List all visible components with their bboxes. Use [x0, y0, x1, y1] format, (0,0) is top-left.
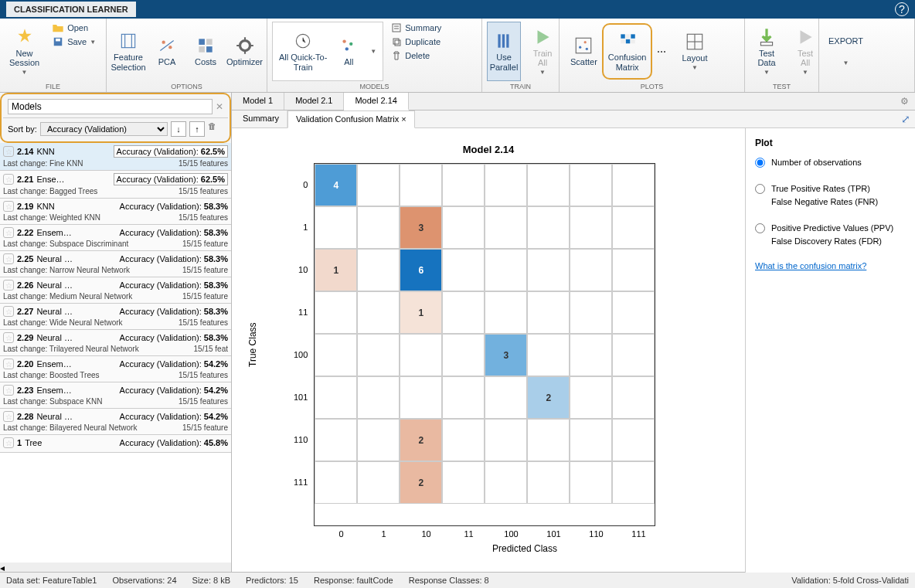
- scroll-indicator: ◂: [0, 563, 231, 572]
- model-item[interactable]: ☆2.23 Ensem…Accuracy (Validation): 54.2%…: [0, 382, 231, 409]
- tab-gear-icon[interactable]: ⚙: [894, 93, 915, 110]
- help-icon[interactable]: ?: [895, 2, 909, 16]
- svg-point-16: [345, 48, 349, 51]
- all-quick-train-button[interactable]: All Quick-To-Train: [274, 24, 332, 79]
- plots-gallery-dropdown[interactable]: ⋯: [652, 23, 671, 80]
- cm-cell: [570, 206, 612, 249]
- feature-selection-button[interactable]: FeatureSelection: [111, 22, 145, 81]
- export-button[interactable]: EXPORT▼: [824, 22, 868, 81]
- star-icon[interactable]: ☆: [3, 437, 14, 448]
- model-item[interactable]: ☆2.26 Neural …Accuracy (Validation): 58.…: [0, 277, 231, 304]
- all-button[interactable]: All: [332, 24, 366, 79]
- star-icon[interactable]: ☆: [3, 411, 14, 422]
- model-gallery-dropdown[interactable]: ▼: [366, 24, 381, 79]
- cm-cell: [400, 334, 442, 376]
- sort-select[interactable]: Accuracy (Validation): [40, 122, 168, 136]
- star-icon[interactable]: ☆: [3, 332, 14, 343]
- x-axis-label: Predicted Class: [320, 543, 730, 554]
- cm-cell: [612, 376, 655, 419]
- y-tick: 0: [294, 163, 314, 206]
- radio-tpr-fnr[interactable]: [755, 184, 765, 194]
- subtab-confusion[interactable]: Validation Confusion Matrix ×: [287, 110, 415, 128]
- svg-rect-1: [56, 39, 60, 42]
- cm-cell: [357, 164, 400, 206]
- cm-cell: [400, 164, 442, 206]
- tab-model-2-14[interactable]: Model 2.14: [344, 93, 408, 110]
- star-icon[interactable]: ☆: [3, 359, 14, 369]
- save-button[interactable]: Save ▼: [49, 36, 99, 48]
- tab-model-2-1[interactable]: Model 2.1: [284, 93, 344, 110]
- confusion-matrix-button[interactable]: ConfusionMatrix: [602, 23, 653, 80]
- radio-ppv-fdr[interactable]: [755, 223, 765, 233]
- train-all-button[interactable]: TrainAll▼: [526, 22, 560, 81]
- y-tick: 101: [294, 376, 314, 418]
- status-bar: Data set: FeatureTable1 Observations: 24…: [0, 572, 915, 588]
- tab-model-1[interactable]: Model 1: [232, 93, 284, 110]
- clear-search-icon[interactable]: ✕: [216, 101, 223, 112]
- test-data-button[interactable]: TestData▼: [750, 22, 784, 81]
- model-item[interactable]: ☆2.29 Neural …Accuracy (Validation): 58.…: [0, 330, 231, 356]
- cm-cell: 2: [527, 376, 570, 419]
- cm-cell: [485, 461, 527, 504]
- new-session-button[interactable]: NewSession▼: [5, 22, 44, 81]
- radio-num-obs[interactable]: [755, 158, 765, 168]
- model-item[interactable]: ☆2.14 KNNAccuracy (Validation): 62.5%Las…: [0, 143, 231, 171]
- summary-button[interactable]: Summary: [388, 22, 444, 34]
- model-item[interactable]: ☆2.21 Ense…Accuracy (Validation): 62.5%L…: [0, 171, 231, 199]
- help-link[interactable]: What is the confusion matrix?: [755, 261, 906, 270]
- optimizer-button[interactable]: Optimizer: [227, 22, 262, 81]
- star-icon[interactable]: ☆: [3, 306, 14, 317]
- x-tick: 11: [447, 526, 490, 539]
- group-models-label: MODELS: [272, 81, 477, 92]
- model-item[interactable]: ☆2.25 Neural …Accuracy (Validation): 58.…: [0, 251, 231, 277]
- model-item[interactable]: ☆1 TreeAccuracy (Validation): 45.8%: [0, 435, 231, 453]
- app-tab[interactable]: CLASSIFICATION LEARNER: [6, 2, 136, 17]
- status-dataset: Data set: FeatureTable1: [6, 576, 97, 585]
- models-search-input[interactable]: [8, 99, 213, 114]
- pca-button[interactable]: PCA: [150, 22, 184, 81]
- svg-point-28: [586, 48, 588, 50]
- model-item[interactable]: ☆2.20 Ensem…Accuracy (Validation): 54.2%…: [0, 356, 231, 382]
- star-icon[interactable]: ☆: [3, 280, 14, 291]
- cm-cell: [442, 419, 485, 461]
- expand-icon[interactable]: ⤢: [896, 110, 915, 127]
- scatter-button[interactable]: Scatter: [566, 23, 602, 80]
- subtab-summary[interactable]: Summary: [235, 110, 287, 127]
- model-list[interactable]: ☆2.14 KNNAccuracy (Validation): 62.5%Las…: [0, 143, 231, 563]
- costs-button[interactable]: Costs: [189, 22, 223, 81]
- open-button[interactable]: Open: [49, 22, 99, 34]
- cm-cell: [315, 334, 357, 376]
- model-item[interactable]: ☆2.22 Ensem…Accuracy (Validation): 58.3%…: [0, 225, 231, 251]
- cm-cell: [612, 419, 655, 461]
- y-tick: 100: [294, 333, 314, 376]
- x-tick: 101: [532, 526, 575, 539]
- star-icon[interactable]: ☆: [3, 146, 14, 157]
- test-all-button[interactable]: TestAll▼: [788, 22, 822, 81]
- status-response: Response: faultCode: [314, 576, 393, 585]
- svg-rect-29: [621, 35, 624, 39]
- cm-cell: [527, 206, 570, 249]
- sort-asc-button[interactable]: ↓: [171, 121, 186, 137]
- duplicate-button[interactable]: Duplicate: [388, 36, 444, 48]
- layout-button[interactable]: Layout▼: [677, 22, 712, 81]
- delete-button[interactable]: Delete: [388, 49, 444, 62]
- star-icon[interactable]: ☆: [3, 174, 14, 185]
- star-icon[interactable]: ☆: [3, 227, 14, 238]
- cm-cell: [527, 334, 570, 376]
- models-panel: ✕ Sort by: Accuracy (Validation) ↓ ↑ 🗑 ☆…: [0, 93, 232, 572]
- svg-point-6: [168, 46, 172, 49]
- star-icon[interactable]: ☆: [3, 385, 14, 396]
- star-icon[interactable]: ☆: [3, 253, 14, 264]
- cm-cell: [570, 376, 612, 419]
- plot-options-panel: Plot Number of observations True Positiv…: [745, 128, 915, 573]
- model-item[interactable]: ☆2.28 Neural …Accuracy (Validation): 54.…: [0, 409, 231, 435]
- model-item[interactable]: ☆2.19 KNNAccuracy (Validation): 58.3%Las…: [0, 199, 231, 225]
- cm-cell: [612, 206, 655, 249]
- star-icon[interactable]: ☆: [3, 201, 14, 212]
- trash-icon[interactable]: 🗑: [208, 121, 223, 137]
- sort-desc-button[interactable]: ↑: [189, 121, 205, 137]
- cm-cell: [570, 419, 612, 461]
- use-parallel-button[interactable]: UseParallel: [487, 22, 521, 81]
- svg-rect-8: [199, 39, 205, 46]
- model-item[interactable]: ☆2.27 Neural …Accuracy (Validation): 58.…: [0, 304, 231, 330]
